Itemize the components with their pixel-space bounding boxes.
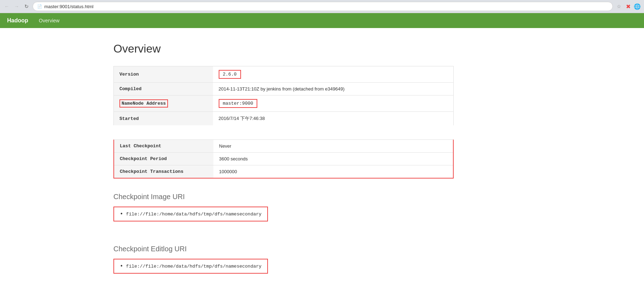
version-value-cell: 2.6.0 (213, 66, 454, 83)
checkpoint-transactions-label: Checkpoint Transactions (114, 165, 213, 178)
namenode-value-cell: master:9000 (213, 95, 454, 112)
checkpoint-period-label: Checkpoint Period (114, 153, 213, 165)
address-bar[interactable]: 📄 master:9001/status.html (33, 2, 613, 11)
compiled-label: Compiled (114, 83, 213, 95)
table-row-checkpoint-transactions: Checkpoint Transactions 1000000 (114, 165, 453, 178)
checkpoint-group: Last Checkpoint Never Checkpoint Period … (113, 139, 454, 179)
last-checkpoint-value: Never (213, 140, 453, 153)
table-row-compiled: Compiled 2014-11-13T21:10Z by jenkins fr… (114, 83, 454, 95)
compiled-value: 2014-11-13T21:10Z by jenkins from (detac… (213, 83, 454, 95)
page-icon: 📄 (37, 4, 42, 9)
namenode-label: NameNode Address (114, 95, 213, 112)
url-text: master:9001/status.html (44, 4, 94, 9)
bookmark-icon[interactable]: ☆ (615, 2, 623, 10)
checkpoint-editlog-uri-value: file://file:/home/data/hdfs/tmp/dfs/name… (126, 264, 262, 269)
checkpoint-editlog-uri-section: Checkpoint Editlog URI • file://file:/ho… (113, 245, 531, 284)
browser-actions: ☆ ✖ 🌐 (615, 2, 641, 10)
last-checkpoint-label: Last Checkpoint (114, 140, 213, 153)
version-value: 2.6.0 (219, 70, 241, 79)
table-row-last-checkpoint: Last Checkpoint Never (114, 140, 453, 153)
bullet-icon: • (120, 211, 123, 217)
checkpoint-table: Last Checkpoint Never Checkpoint Period … (114, 140, 453, 178)
app-navbar: Hadoop Overview (0, 13, 644, 28)
checkpoint-editlog-uri-item: • file://file:/home/data/hdfs/tmp/dfs/na… (120, 263, 262, 269)
checkpoint-editlog-uri-heading: Checkpoint Editlog URI (113, 245, 531, 253)
table-row-version: Version 2.6.0 (114, 66, 454, 83)
checkpoint-editlog-uri-list: • file://file:/home/data/hdfs/tmp/dfs/na… (113, 259, 268, 274)
started-value: 2016/7/14 下午7:46:38 (213, 112, 454, 126)
checkpoint-image-uri-item: • file://file:/home/data/hdfs/tmp/dfs/na… (120, 211, 262, 217)
browser-toolbar: ← → ↻ 📄 master:9001/status.html ☆ ✖ 🌐 (0, 0, 644, 13)
checkpoint-period-value: 3600 seconds (213, 153, 453, 165)
nav-link-overview[interactable]: Overview (39, 18, 60, 23)
checkpoint-image-uri-value: file://file:/home/data/hdfs/tmp/dfs/name… (126, 212, 262, 217)
page-title: Overview (113, 42, 531, 55)
forward-button[interactable]: → (13, 2, 21, 10)
overview-table: Version 2.6.0 Compiled 2014-11-13T21:10Z… (113, 66, 454, 125)
browser-chrome: ← → ↻ 📄 master:9001/status.html ☆ ✖ 🌐 (0, 0, 644, 13)
brand-label: Hadoop (7, 17, 28, 24)
translate-icon[interactable]: 🌐 (633, 2, 641, 10)
checkpoint-transactions-value: 1000000 (213, 165, 453, 178)
namenode-label-text: NameNode Address (119, 99, 168, 108)
table-row-started: Started 2016/7/14 下午7:46:38 (114, 112, 454, 126)
bullet-icon-2: • (120, 263, 123, 269)
checkpoint-image-uri-list: • file://file:/home/data/hdfs/tmp/dfs/na… (113, 207, 268, 221)
namenode-value: master:9000 (219, 99, 258, 108)
checkpoint-image-uri-section: Checkpoint Image URI • file://file:/home… (113, 193, 531, 232)
checkpoint-image-uri-heading: Checkpoint Image URI (113, 193, 531, 201)
started-label: Started (114, 112, 213, 126)
reload-button[interactable]: ↻ (23, 2, 30, 10)
version-label: Version (114, 66, 213, 83)
table-row-namenode: NameNode Address master:9000 (114, 95, 454, 112)
table-row-checkpoint-period: Checkpoint Period 3600 seconds (114, 153, 453, 165)
stop-icon[interactable]: ✖ (624, 2, 632, 10)
main-content: Overview Version 2.6.0 Compiled 2014-11-… (0, 28, 644, 296)
back-button[interactable]: ← (3, 2, 11, 10)
